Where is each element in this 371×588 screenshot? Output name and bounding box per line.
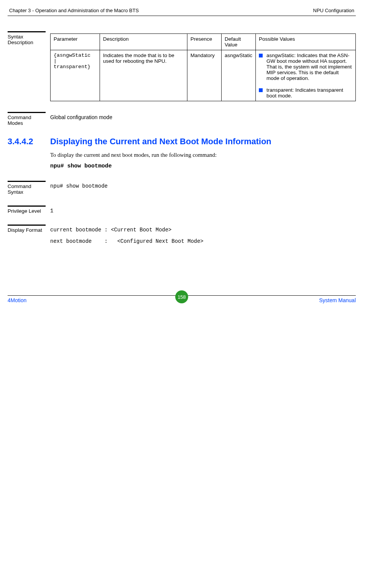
display-format-line: current bootmode : <Current Boot Mode>	[50, 227, 356, 233]
display-format-section: Display Format current bootmode : <Curre…	[8, 225, 356, 250]
th-default-value: Default Value	[222, 34, 256, 50]
privilege-level-value: 1	[50, 206, 356, 214]
command-modes-label: Command Modes	[8, 112, 46, 126]
display-format-label: Display Format	[8, 225, 46, 250]
footer-left: 4Motion	[8, 297, 27, 303]
command-syntax-value: npu# show bootmode	[50, 181, 356, 195]
cell-default-value: asngwStatic	[222, 50, 256, 101]
table-header-row: Parameter Description Presence Default V…	[51, 34, 356, 50]
command-syntax-label: Command Syntax	[8, 181, 46, 195]
section-command: npu# show bootmode	[50, 163, 356, 169]
privilege-level-label: Privilege Level	[8, 206, 46, 214]
page-footer: 4Motion 158 System Manual	[8, 295, 356, 303]
cell-description: Indicates the mode that is to be used fo…	[100, 50, 187, 101]
footer-right: System Manual	[319, 297, 356, 303]
cell-presence: Mandatory	[187, 50, 222, 101]
table-row: {asngwStatic | transparent} Indicates th…	[51, 50, 356, 101]
header-left: Chapter 3 - Operation and Administration…	[9, 8, 139, 13]
section-number: 3.4.4.2	[8, 137, 50, 147]
possible-value-item: asngwStatic: Indicates that the ASN-GW b…	[259, 53, 352, 81]
parameter-table: Parameter Description Presence Default V…	[50, 33, 356, 101]
th-possible-values: Possible Values	[256, 34, 356, 50]
section-title: Displaying the Current and Next Boot Mod…	[50, 137, 271, 147]
possible-value-item: transparent: Indicates transparent boot …	[259, 87, 352, 99]
th-presence: Presence	[187, 34, 222, 50]
syntax-description-label: Syntax Description	[8, 31, 46, 101]
header-right: NPU Configuration	[313, 8, 354, 13]
command-modes-value: Global configuration mode	[50, 112, 356, 126]
cell-parameter: {asngwStatic | transparent}	[51, 50, 100, 101]
syntax-description-section: Syntax Description Parameter Description…	[8, 31, 356, 101]
command-syntax-section: Command Syntax npu# show bootmode	[8, 181, 356, 195]
th-description: Description	[100, 34, 187, 50]
section-intro: To display the current and next boot mod…	[50, 152, 356, 158]
command-modes-section: Command Modes Global configuration mode	[8, 112, 356, 126]
page-header: Chapter 3 - Operation and Administration…	[8, 8, 356, 16]
page: Chapter 3 - Operation and Administration…	[0, 0, 371, 311]
section-heading: 3.4.4.2 Displaying the Current and Next …	[8, 137, 356, 147]
page-number-badge: 158	[175, 290, 188, 303]
cell-possible-values: asngwStatic: Indicates that the ASN-GW b…	[256, 50, 356, 101]
th-parameter: Parameter	[51, 34, 100, 50]
privilege-level-section: Privilege Level 1	[8, 206, 356, 214]
display-format-line: next bootmode : <Configured Next Boot Mo…	[50, 238, 356, 244]
